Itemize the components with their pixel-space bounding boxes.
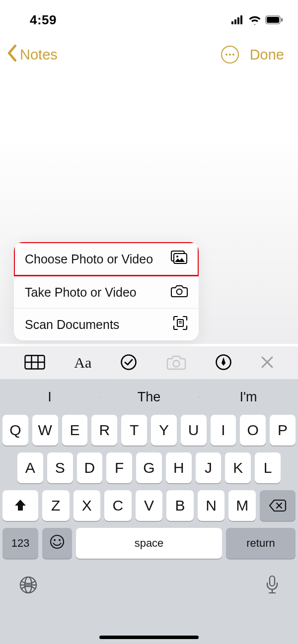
backspace-key[interactable] [260,490,296,521]
close-toolbar-button[interactable] [256,351,279,375]
svg-point-18 [122,355,136,369]
key-x[interactable]: X [74,490,101,521]
table-button[interactable] [19,350,50,376]
key-r[interactable]: R [91,415,117,446]
done-button[interactable]: Done [250,47,284,63]
svg-rect-31 [270,576,275,586]
svg-point-26 [54,539,56,541]
wifi-icon [248,15,261,25]
dictation-key[interactable] [265,575,279,597]
key-y[interactable]: Y [151,415,177,446]
back-label: Notes [20,47,58,63]
key-j[interactable]: J [196,452,222,483]
shift-icon [13,499,27,513]
key-p[interactable]: P [270,415,296,446]
suggestion-2[interactable]: I'm [199,389,298,405]
keyboard: I The I'm Q W E R T Y U I O P A S D F G … [0,379,298,644]
text-format-icon: Aa [74,354,91,371]
key-e[interactable]: E [62,415,88,446]
key-v[interactable]: V [136,490,163,521]
key-o[interactable]: O [240,415,266,446]
key-w[interactable]: W [32,415,58,446]
menu-item-label: Scan Documents [25,318,119,332]
svg-point-10 [177,289,182,295]
key-row-1: Q W E R T Y U I O P [2,415,296,446]
svg-rect-3 [240,15,242,24]
table-icon [24,355,45,371]
emoji-icon [49,534,65,553]
svg-rect-6 [281,18,283,22]
key-f[interactable]: F [106,452,132,483]
chevron-left-icon [7,45,20,65]
svg-rect-0 [231,21,233,24]
key-b[interactable]: B [166,490,194,521]
checkmark-circle-icon [120,354,137,372]
format-toolbar: Aa [0,346,298,379]
insert-menu: Choose Photo or Video Take Photo or Vide… [14,242,199,340]
backspace-icon [269,499,287,512]
photo-library-icon [171,251,188,267]
scan-documents-item[interactable]: Scan Documents [14,308,199,340]
key-t[interactable]: T [121,415,147,446]
suggestion-1[interactable]: The [99,389,199,405]
status-time: 4:59 [30,12,57,28]
space-key[interactable]: space [76,528,222,559]
dot-icon [229,54,231,56]
svg-point-9 [176,256,178,258]
key-c[interactable]: C [104,490,132,521]
choose-photo-video-item[interactable]: Choose Photo or Video [14,242,199,276]
cellular-icon [231,15,244,24]
svg-point-27 [59,539,61,541]
camera-icon [166,354,186,372]
key-u[interactable]: U [181,415,207,446]
home-indicator[interactable] [99,636,199,639]
camera-button[interactable] [161,349,191,377]
take-photo-video-item[interactable]: Take Photo or Video [14,276,199,308]
key-row-2: A S D F G H J K L [2,452,296,483]
keyboard-footer [0,564,298,603]
key-d[interactable]: D [77,452,103,483]
close-icon [261,356,274,370]
globe-key[interactable] [19,576,38,596]
text-format-button[interactable]: Aa [69,349,96,376]
nav-bar: Notes Done [0,32,298,66]
key-a[interactable]: A [17,452,43,483]
status-bar: 4:59 [0,0,298,32]
key-m[interactable]: M [228,490,256,521]
key-row-3: Z X C V B N M [2,490,296,521]
scan-icon [173,316,188,333]
key-z[interactable]: Z [42,490,70,521]
svg-rect-2 [237,17,239,24]
checklist-button[interactable] [115,349,142,377]
dot-icon [225,54,227,56]
key-s[interactable]: S [47,452,73,483]
more-button[interactable] [221,46,239,64]
key-n[interactable]: N [198,490,225,521]
shift-key[interactable] [2,490,38,521]
key-q[interactable]: Q [2,415,28,446]
svg-rect-1 [234,19,236,24]
back-button[interactable]: Notes [7,45,58,65]
status-icons [231,15,283,25]
key-l[interactable]: L [255,452,281,483]
dot-icon [232,54,234,56]
return-key[interactable]: return [226,528,296,559]
camera-icon [171,284,188,300]
pen-circle-icon [215,354,232,372]
key-g[interactable]: G [136,452,162,483]
menu-item-label: Choose Photo or Video [25,252,153,266]
key-k[interactable]: K [225,452,251,483]
markup-button[interactable] [210,349,237,377]
key-i[interactable]: I [211,415,236,446]
menu-item-label: Take Photo or Video [25,285,137,300]
key-h[interactable]: H [166,452,192,483]
svg-point-19 [173,360,179,367]
key-row-bottom: 123 space return [0,528,298,564]
suggestion-0[interactable]: I [0,389,99,405]
emoji-key[interactable] [42,528,72,559]
battery-icon [265,15,283,24]
svg-point-25 [51,535,64,548]
suggestion-row: I The I'm [0,379,298,415]
numeric-key[interactable]: 123 [2,528,38,559]
svg-rect-5 [267,17,279,23]
